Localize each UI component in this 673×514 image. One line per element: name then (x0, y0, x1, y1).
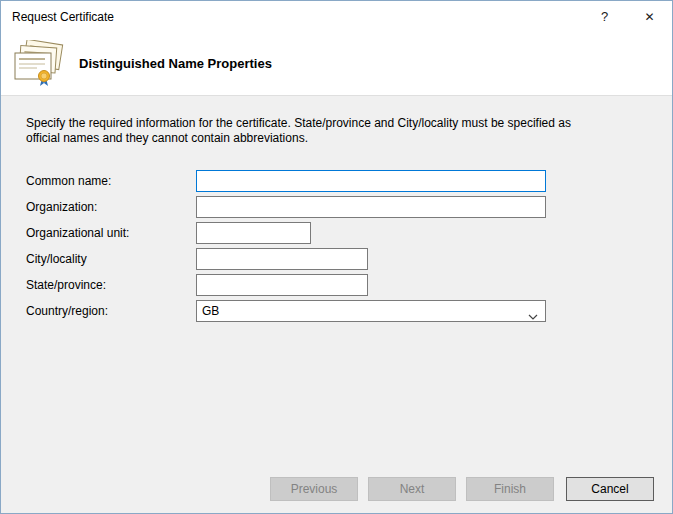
help-button[interactable]: ? (582, 1, 627, 32)
finish-button: Finish (466, 477, 554, 501)
country-region-dropdown[interactable]: GB (196, 300, 546, 322)
title-bar: Request Certificate ? ✕ (1, 1, 672, 32)
chevron-down-icon (528, 309, 538, 323)
page-title: Distinguished Name Properties (79, 56, 272, 71)
organizational-unit-input[interactable] (196, 222, 311, 244)
close-button[interactable]: ✕ (627, 1, 672, 32)
next-button: Next (368, 477, 456, 501)
city-locality-label: City/locality (26, 252, 196, 266)
certificate-icon (13, 40, 71, 88)
form-row-organizational-unit: Organizational unit: (26, 222, 647, 244)
country-region-value: GB (202, 304, 545, 318)
form-row-country-region: Country/region: GB (26, 300, 647, 322)
instructions-text: Specify the required information for the… (26, 116, 586, 146)
request-certificate-dialog: Request Certificate ? ✕ (0, 0, 673, 514)
organization-label: Organization: (26, 200, 196, 214)
page-body: Specify the required information for the… (1, 96, 672, 322)
cancel-button[interactable]: Cancel (566, 477, 654, 501)
wizard-footer: Previous Next Finish Cancel (1, 465, 672, 513)
organization-input[interactable] (196, 196, 546, 218)
city-locality-input[interactable] (196, 248, 368, 270)
form-row-city-locality: City/locality (26, 248, 647, 270)
common-name-label: Common name: (26, 174, 196, 188)
window-title: Request Certificate (1, 10, 114, 24)
certificate-form: Common name: Organization: Organizationa… (26, 170, 647, 322)
state-province-label: State/province: (26, 278, 196, 292)
previous-button: Previous (270, 477, 358, 501)
form-row-state-province: State/province: (26, 274, 647, 296)
country-region-label: Country/region: (26, 304, 196, 318)
wizard-header: Distinguished Name Properties (1, 32, 672, 96)
form-row-organization: Organization: (26, 196, 647, 218)
organizational-unit-label: Organizational unit: (26, 226, 196, 240)
state-province-input[interactable] (196, 274, 368, 296)
common-name-input[interactable] (196, 170, 546, 192)
titlebar-buttons: ? ✕ (582, 1, 672, 32)
form-row-common-name: Common name: (26, 170, 647, 192)
